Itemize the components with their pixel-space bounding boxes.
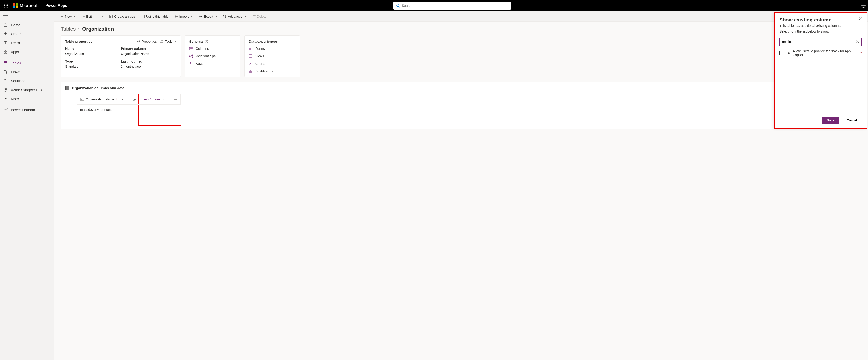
cmd-create-app[interactable]: Create an app bbox=[107, 13, 137, 20]
data-views[interactable]: Views bbox=[249, 54, 296, 58]
breadcrumb-root[interactable]: Tables bbox=[61, 26, 76, 32]
search-input[interactable] bbox=[402, 4, 508, 7]
info-icon[interactable]: i bbox=[205, 40, 208, 43]
sidebar-item-create[interactable]: Create bbox=[0, 29, 54, 38]
sidebar-item-power-platform[interactable]: Power Platform bbox=[0, 105, 54, 114]
column-header-org-name[interactable]: Abc Organization Name * ↑ ▼ bbox=[77, 94, 139, 105]
close-icon[interactable] bbox=[859, 17, 862, 20]
pencil-icon[interactable] bbox=[133, 98, 136, 101]
panel-search-input[interactable] bbox=[782, 40, 856, 44]
book-icon bbox=[3, 40, 7, 45]
sidebar-item-label: Solutions bbox=[11, 79, 25, 83]
sidebar-item-synapse[interactable]: Azure Synapse Link bbox=[0, 85, 54, 94]
export-icon bbox=[198, 15, 202, 18]
home-icon bbox=[3, 23, 7, 27]
svg-rect-73 bbox=[249, 70, 250, 71]
sidebar-item-flows[interactable]: Flows bbox=[0, 67, 54, 76]
svg-point-50 bbox=[223, 15, 224, 16]
search-box[interactable] bbox=[393, 2, 511, 10]
svg-line-63 bbox=[190, 56, 192, 57]
card-title: Table properties bbox=[65, 39, 93, 44]
sidebar-item-label: Azure Synapse Link bbox=[11, 88, 42, 92]
chevron-down-icon: ▼ bbox=[215, 15, 217, 18]
svg-point-0 bbox=[4, 4, 5, 5]
cmd-edit[interactable]: Edit bbox=[79, 13, 94, 20]
sidebar-item-more[interactable]: More bbox=[0, 94, 54, 103]
dashboard-icon bbox=[249, 70, 253, 73]
plus-icon bbox=[60, 15, 64, 18]
data-dashboards[interactable]: Dashboards bbox=[249, 70, 296, 73]
required-star: * bbox=[116, 98, 117, 101]
cmd-delete[interactable]: Delete bbox=[250, 13, 269, 20]
chevron-down-icon: ▼ bbox=[245, 15, 247, 18]
apps-icon bbox=[3, 50, 7, 54]
tools-action[interactable]: Tools ▼ bbox=[160, 39, 177, 44]
flow-icon bbox=[3, 70, 7, 74]
save-button[interactable]: Save bbox=[822, 116, 839, 124]
plus-icon bbox=[174, 98, 177, 101]
waffle-icon[interactable] bbox=[2, 2, 10, 9]
schema-columns[interactable]: Abc Columns bbox=[189, 47, 236, 51]
add-column-button[interactable] bbox=[170, 94, 181, 105]
app-name: Power Apps bbox=[45, 3, 67, 8]
svg-rect-22 bbox=[6, 50, 7, 51]
column-option-row[interactable]: Allow users to provide feedback for App … bbox=[779, 49, 862, 57]
svg-text:Abc: Abc bbox=[190, 48, 193, 50]
sidebar-item-solutions[interactable]: Solutions bbox=[0, 76, 54, 85]
svg-point-59 bbox=[189, 56, 190, 57]
svg-rect-71 bbox=[249, 55, 252, 58]
command-bar: New▼ Edit ▼ Create an app Using this tab… bbox=[54, 11, 868, 22]
svg-point-4 bbox=[6, 5, 7, 6]
svg-rect-24 bbox=[6, 52, 7, 53]
svg-rect-21 bbox=[4, 50, 5, 51]
columns-icon: Abc bbox=[189, 47, 193, 50]
table-cell-empty[interactable] bbox=[77, 115, 139, 125]
sidebar-item-apps[interactable]: Apps bbox=[0, 47, 54, 56]
sidebar: Home Create Learn Apps Tables Flows Solu… bbox=[0, 11, 54, 360]
chevron-down-icon: ▼ bbox=[191, 15, 193, 18]
sidebar-item-label: Flows bbox=[11, 70, 20, 74]
svg-point-61 bbox=[192, 57, 193, 58]
cmd-edit-dropdown[interactable]: ▼ bbox=[98, 14, 106, 19]
data-charts[interactable]: Charts bbox=[249, 62, 296, 65]
svg-point-1 bbox=[6, 4, 7, 5]
sidebar-item-learn[interactable]: Learn bbox=[0, 38, 54, 47]
table-properties-card: Table properties Properties Tools ▼ bbox=[61, 35, 181, 77]
hamburger-icon[interactable] bbox=[0, 13, 54, 20]
cmd-import[interactable]: Import▼ bbox=[172, 13, 195, 20]
key-icon bbox=[189, 62, 193, 65]
schema-relationships[interactable]: Relationships bbox=[189, 54, 236, 58]
cancel-button[interactable]: Cancel bbox=[842, 116, 862, 124]
checkbox[interactable] bbox=[779, 51, 783, 55]
pencil-icon bbox=[82, 15, 85, 18]
svg-line-10 bbox=[399, 6, 400, 7]
globe-icon[interactable] bbox=[861, 3, 866, 8]
clear-icon[interactable] bbox=[856, 40, 859, 43]
sidebar-item-tables[interactable]: Tables bbox=[0, 58, 54, 67]
svg-rect-25 bbox=[4, 61, 5, 62]
svg-point-32 bbox=[6, 73, 7, 73]
cmd-export[interactable]: Export▼ bbox=[196, 13, 220, 20]
panel-desc-1: This table has additional existing colum… bbox=[779, 24, 862, 28]
svg-rect-40 bbox=[109, 15, 113, 18]
sidebar-item-label: Learn bbox=[11, 41, 20, 45]
data-forms[interactable]: Forms bbox=[249, 47, 296, 51]
svg-rect-23 bbox=[4, 52, 5, 53]
panel-search-box[interactable] bbox=[779, 37, 862, 46]
required-star: * bbox=[861, 51, 862, 55]
schema-keys[interactable]: Keys bbox=[189, 62, 236, 65]
prop-value-type: Standard bbox=[65, 65, 121, 68]
global-header: Microsoft Power Apps bbox=[0, 0, 868, 11]
cmd-advanced[interactable]: Advanced▼ bbox=[221, 13, 249, 20]
sort-asc-icon: ↑ bbox=[118, 98, 120, 101]
form-icon bbox=[249, 47, 253, 50]
table-cell[interactable]: mattsdevenvironment bbox=[77, 105, 139, 115]
chevron-down-icon: ▼ bbox=[101, 15, 103, 18]
cmd-using-table[interactable]: Using this table bbox=[138, 13, 171, 20]
properties-action[interactable]: Properties bbox=[137, 39, 157, 44]
svg-point-6 bbox=[4, 7, 5, 7]
toggle-icon bbox=[786, 52, 790, 55]
cmd-new[interactable]: New▼ bbox=[58, 13, 78, 20]
sidebar-item-home[interactable]: Home bbox=[0, 20, 54, 29]
more-columns-button[interactable]: +441 more ▼ bbox=[139, 94, 170, 105]
